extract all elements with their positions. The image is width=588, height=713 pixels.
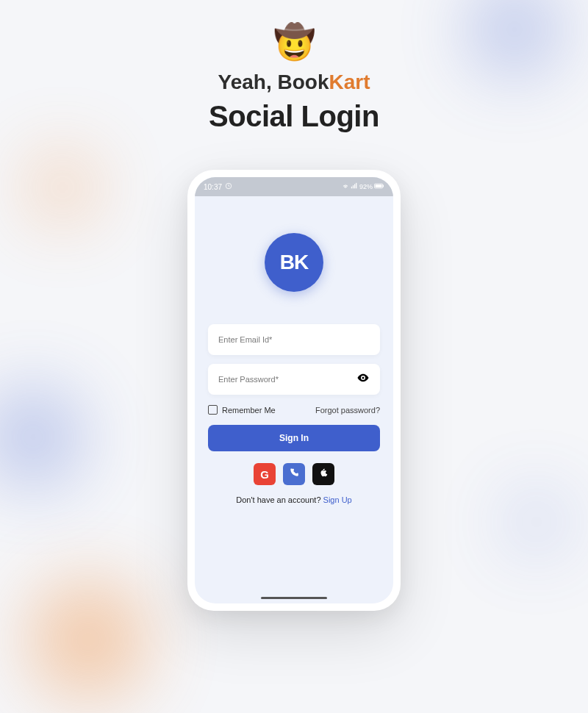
google-icon: G <box>260 468 269 481</box>
svg-rect-7 <box>383 185 384 187</box>
clock-icon <box>225 182 232 191</box>
signal-icon <box>351 182 358 191</box>
checkbox-box <box>208 405 218 415</box>
bg-blob <box>0 390 81 485</box>
svg-rect-6 <box>376 184 382 187</box>
statusbar: 10:37 92% <box>195 177 393 196</box>
svg-rect-2 <box>353 185 354 188</box>
apple-login-button[interactable] <box>312 463 334 485</box>
no-account-text: Don't have an account? <box>236 495 323 504</box>
brand-prefix: Yeah, Book <box>218 71 329 93</box>
password-field-wrap[interactable] <box>208 364 380 395</box>
google-login-button[interactable]: G <box>254 463 276 485</box>
email-field-wrap[interactable] <box>208 324 380 355</box>
bg-blob <box>507 492 566 551</box>
app-logo-text: BK <box>280 251 308 274</box>
phone-icon <box>289 467 299 481</box>
svg-rect-4 <box>356 183 356 189</box>
apple-icon <box>318 467 329 481</box>
hero: 🤠 Yeah, BookKart Social Login <box>0 0 588 133</box>
login-form: BK Remember Me Forgot password? Sign In <box>195 196 393 603</box>
svg-rect-3 <box>354 184 355 189</box>
social-login-row: G <box>254 463 334 485</box>
phone-screen: 10:37 92% BK <box>195 177 393 603</box>
signin-button[interactable]: Sign In <box>208 425 380 451</box>
remember-me-label: Remember Me <box>222 406 276 415</box>
remember-me-checkbox[interactable]: Remember Me <box>208 405 276 415</box>
password-field[interactable] <box>218 375 370 384</box>
brand-line: Yeah, BookKart <box>0 71 588 94</box>
statusbar-battery: 92% <box>359 183 373 190</box>
phone-login-button[interactable] <box>283 463 305 485</box>
eye-icon[interactable] <box>356 371 370 387</box>
signup-link[interactable]: Sign Up <box>323 495 352 504</box>
battery-icon <box>374 182 384 191</box>
bg-blob <box>29 581 147 698</box>
app-logo: BK <box>265 233 323 292</box>
wifi-icon <box>342 182 349 191</box>
brand-accent: Kart <box>329 71 370 93</box>
phone-frame: 10:37 92% BK <box>187 170 401 611</box>
page-title: Social Login <box>0 100 588 133</box>
email-field[interactable] <box>218 335 370 344</box>
forgot-password-link[interactable]: Forgot password? <box>315 406 380 415</box>
signup-line: Don't have an account? Sign Up <box>236 495 351 504</box>
statusbar-time: 10:37 <box>204 183 222 191</box>
bg-blob <box>29 154 96 221</box>
cowboy-emoji: 🤠 <box>273 22 315 62</box>
home-indicator <box>261 597 327 599</box>
svg-rect-1 <box>351 187 352 189</box>
